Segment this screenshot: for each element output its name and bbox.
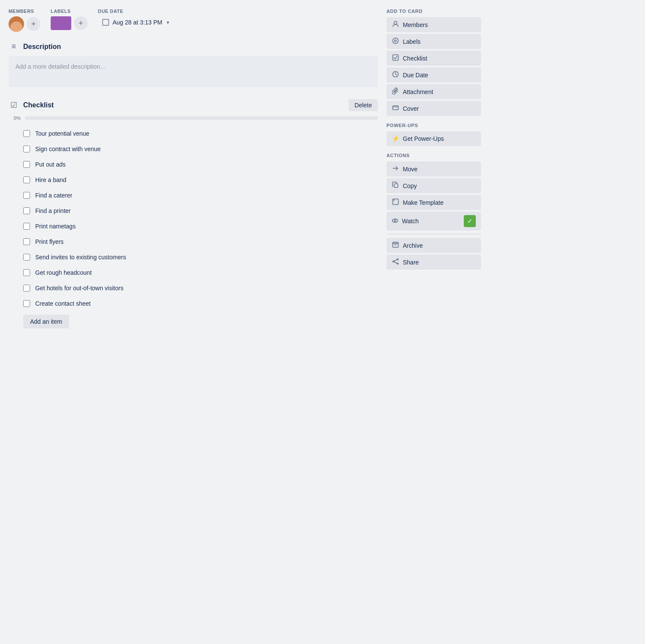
- item-checkbox[interactable]: [23, 207, 30, 214]
- list-item[interactable]: Get rough headcount: [9, 266, 378, 279]
- item-checkbox[interactable]: [23, 300, 30, 307]
- members-btn-label: Members: [403, 21, 428, 28]
- item-checkbox[interactable]: [23, 285, 30, 292]
- item-checkbox[interactable]: [23, 254, 30, 261]
- members-section: MEMBERS +: [9, 9, 40, 32]
- sidebar-item-checklist[interactable]: Checklist: [386, 51, 481, 66]
- due-date-value: Aug 28 at 3:13 PM: [113, 19, 162, 26]
- power-ups-title: POWER-UPS: [386, 123, 481, 128]
- archive-label: Archive: [403, 242, 423, 249]
- list-item[interactable]: Find a printer: [9, 204, 378, 218]
- description-section: ≡ Description Add a more detailed descri…: [9, 42, 378, 87]
- share-icon: [392, 258, 399, 266]
- sidebar-item-attachment[interactable]: Attachment: [386, 84, 481, 99]
- item-checkbox[interactable]: [23, 269, 30, 276]
- labels-section: LABELS +: [51, 9, 88, 30]
- get-power-ups-label: Get Power-Ups: [403, 135, 444, 142]
- list-item[interactable]: Put out ads: [9, 158, 378, 171]
- due-date-icon: [392, 71, 399, 79]
- svg-point-12: [394, 220, 396, 222]
- members-label: MEMBERS: [9, 9, 40, 14]
- item-checkbox[interactable]: [23, 161, 30, 168]
- svg-point-16: [393, 261, 394, 262]
- avatar[interactable]: [9, 16, 24, 32]
- item-label: Sign contract with venue: [35, 146, 101, 152]
- chevron-down-icon: ▼: [166, 20, 170, 25]
- svg-line-19: [394, 260, 397, 261]
- item-label: Print flyers: [35, 238, 64, 245]
- item-checkbox[interactable]: [23, 223, 30, 230]
- progress-bar: [25, 116, 378, 120]
- power-ups-icon: ⚡: [392, 135, 399, 143]
- svg-line-20: [394, 262, 397, 263]
- list-item[interactable]: Print nametags: [9, 219, 378, 233]
- add-label-button[interactable]: +: [74, 16, 88, 30]
- cover-icon: [392, 104, 399, 112]
- list-item[interactable]: Tour potential venue: [9, 127, 378, 140]
- item-label: Find a printer: [35, 207, 70, 214]
- due-date-button[interactable]: Aug 28 at 3:13 PM ▼: [98, 16, 174, 28]
- description-input[interactable]: Add a more detailed description...: [9, 56, 378, 87]
- due-date-btn-label: Due Date: [403, 72, 428, 79]
- actions-divider: [386, 234, 481, 234]
- sidebar-item-cover[interactable]: Cover: [386, 101, 481, 116]
- share-label: Share: [403, 259, 419, 266]
- members-icon: [392, 21, 399, 29]
- list-item[interactable]: Get hotels for out-of-town visitors: [9, 281, 378, 295]
- item-label: Find a caterer: [35, 192, 72, 199]
- sidebar-item-get-power-ups[interactable]: ⚡ Get Power-Ups: [386, 131, 481, 146]
- list-item[interactable]: Hire a band: [9, 173, 378, 187]
- item-checkbox[interactable]: [23, 146, 30, 152]
- list-item[interactable]: Find a caterer: [9, 188, 378, 202]
- sidebar-item-make-template[interactable]: Make Template: [386, 195, 481, 210]
- add-item-button[interactable]: Add an item: [23, 315, 69, 328]
- sidebar-item-members[interactable]: Members: [386, 17, 481, 32]
- archive-icon: [392, 241, 399, 249]
- svg-rect-8: [394, 184, 398, 188]
- sidebar-item-watch[interactable]: Watch ✓: [386, 212, 481, 231]
- svg-point-17: [397, 259, 399, 260]
- description-placeholder: Add a more detailed description...: [15, 63, 105, 70]
- sidebar-item-copy[interactable]: Copy: [386, 178, 481, 193]
- attachment-icon: [392, 88, 399, 96]
- svg-rect-13: [393, 243, 399, 247]
- svg-point-2: [395, 40, 396, 42]
- add-member-button[interactable]: +: [27, 17, 40, 31]
- copy-label: Copy: [403, 182, 417, 189]
- due-date-checkbox[interactable]: [102, 19, 109, 26]
- checklist-title: Checklist: [23, 101, 54, 109]
- checklist-items: Tour potential venue Sign contract with …: [9, 127, 378, 310]
- move-icon: [392, 165, 399, 173]
- description-title: Description: [23, 43, 61, 51]
- checklist-icon: ☑: [9, 100, 19, 110]
- item-checkbox[interactable]: [23, 176, 30, 183]
- delete-checklist-button[interactable]: Delete: [349, 99, 378, 111]
- watch-left: Watch: [392, 217, 419, 225]
- item-label: Get rough headcount: [35, 269, 92, 276]
- list-item[interactable]: Create contact sheet: [9, 297, 378, 310]
- sidebar-item-share[interactable]: Share: [386, 255, 481, 270]
- sidebar-item-archive[interactable]: Archive: [386, 238, 481, 253]
- svg-point-1: [393, 38, 399, 44]
- item-checkbox[interactable]: [23, 130, 30, 137]
- svg-point-0: [394, 21, 397, 24]
- sidebar-item-move[interactable]: Move: [386, 161, 481, 176]
- checklist-btn-label: Checklist: [403, 55, 427, 62]
- label-chip[interactable]: [51, 16, 71, 30]
- item-label: Tour potential venue: [35, 130, 89, 137]
- item-checkbox[interactable]: [23, 192, 30, 199]
- list-item[interactable]: Send invites to existing customers: [9, 250, 378, 264]
- item-checkbox[interactable]: [23, 238, 30, 245]
- sidebar-item-labels[interactable]: Labels: [386, 34, 481, 49]
- sidebar-item-due-date[interactable]: Due Date: [386, 67, 481, 82]
- actions-title: ACTIONS: [386, 153, 481, 158]
- add-to-card-title: ADD TO CARD: [386, 9, 481, 14]
- watch-icon: [392, 217, 399, 225]
- progress-row: 0%: [9, 115, 378, 121]
- svg-rect-14: [393, 242, 399, 243]
- list-item[interactable]: Print flyers: [9, 235, 378, 249]
- due-date-section: DUE DATE Aug 28 at 3:13 PM ▼: [98, 9, 174, 28]
- list-item[interactable]: Sign contract with venue: [9, 142, 378, 156]
- item-label: Send invites to existing customers: [35, 254, 126, 261]
- watch-label: Watch: [402, 218, 419, 225]
